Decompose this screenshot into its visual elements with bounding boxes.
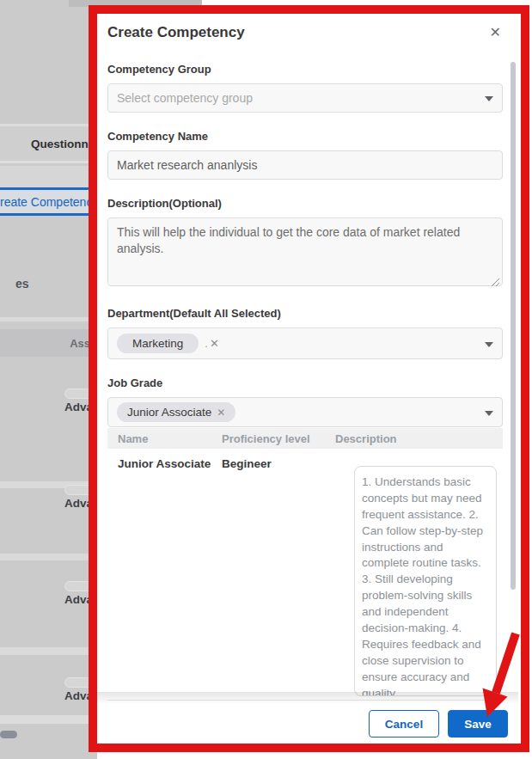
- tab-questionnaire[interactable]: Questionnaire: [0, 124, 97, 163]
- row-separator: [0, 554, 97, 560]
- competency-group-placeholder: Select competency group: [117, 91, 253, 105]
- row-separator: [0, 317, 97, 321]
- cancel-button[interactable]: Cancel: [369, 710, 439, 738]
- department-label: Department(Default All Selected): [107, 307, 503, 320]
- job-grade-select[interactable]: Junior Associate ✕: [107, 397, 503, 427]
- remove-job-grade-icon[interactable]: ✕: [217, 407, 225, 419]
- cell-name: Junior Associate: [118, 457, 211, 470]
- save-button[interactable]: Save: [448, 710, 508, 738]
- background-page: Questionnaire reate Competenc es Asso Ad…: [0, 0, 97, 759]
- background-top-block: [69, 0, 202, 7]
- job-grade-chip-label: Junior Associate: [127, 406, 211, 419]
- cell-description-box: 1. Understands basic concepts but may ne…: [354, 466, 497, 696]
- dialog-footer: Cancel Save: [97, 704, 518, 744]
- chevron-down-icon: [485, 411, 493, 416]
- department-chip-label: Marketing: [132, 337, 183, 350]
- horizontal-scrollbar-thumb[interactable]: [0, 731, 17, 738]
- chevron-down-icon: [485, 96, 493, 101]
- column-header-name: Name: [107, 432, 222, 445]
- close-icon[interactable]: ✕: [486, 22, 504, 43]
- row-separator: [0, 647, 97, 655]
- background-table-header: Asso: [0, 329, 97, 357]
- chevron-down-icon: [485, 342, 493, 347]
- cell-proficiency: Begineer: [222, 457, 272, 470]
- dialog-scrollbar-thumb[interactable]: [511, 62, 516, 590]
- column-header-description: Description: [335, 432, 503, 445]
- competency-name-input[interactable]: [107, 150, 503, 180]
- truncated-heading: es: [0, 277, 97, 291]
- department-chip: Marketing: [117, 334, 199, 353]
- competency-group-label: Competency Group: [107, 63, 503, 76]
- remove-department-icon[interactable]: ✕: [210, 337, 219, 350]
- dialog-body: Competency Group Select competency group…: [97, 63, 518, 701]
- competency-group-select[interactable]: Select competency group: [107, 83, 503, 113]
- competency-name-label: Competency Name: [107, 130, 503, 143]
- row-separator: [0, 715, 97, 724]
- create-competency-link-label: reate Competenc: [0, 195, 92, 209]
- job-grade-label: Job Grade: [107, 376, 503, 389]
- create-competency-dialog: Create Competency ✕ Competency Group Sel…: [97, 14, 518, 744]
- column-header-proficiency: Proficiency level: [222, 432, 335, 445]
- chip-dot: .: [205, 337, 208, 350]
- description-textarea[interactable]: This will help the individual to get the…: [107, 217, 503, 286]
- background-band: [0, 166, 97, 187]
- description-label: Description(Optional): [107, 197, 503, 210]
- dialog-title: Create Competency: [107, 24, 245, 40]
- table-row: Junior Associate Begineer 1. Understands…: [107, 449, 503, 701]
- job-grade-chip: Junior Associate ✕: [117, 402, 235, 422]
- background-table-header-label: Asso: [70, 337, 97, 350]
- proficiency-table-header: Name Proficiency level Description: [107, 428, 503, 449]
- create-competency-link[interactable]: reate Competenc: [0, 187, 97, 216]
- dialog-header: Create Competency ✕: [97, 14, 518, 52]
- tab-questionnaire-label: Questionnaire: [0, 138, 109, 150]
- department-select[interactable]: Marketing . ✕: [107, 327, 503, 359]
- proficiency-table: Name Proficiency level Description Junio…: [107, 428, 503, 701]
